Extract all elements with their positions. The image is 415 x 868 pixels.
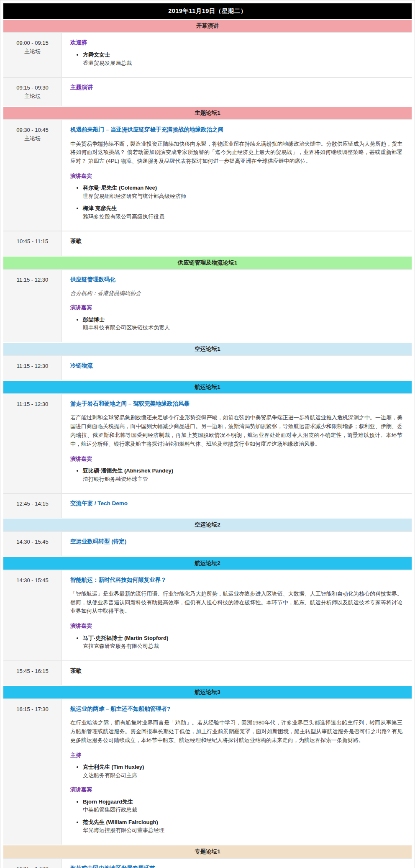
time-cell: 16:15 - 17:30 [3,699,62,845]
co-organizer-line: 合办机构：香港货品编码协会 [70,289,402,298]
speaker-list: 方舜文女士香港贸易发展局总裁 [70,51,402,67]
speaker-name: 克士利先生 (Tim Huxley) [83,763,402,771]
section-band: 主题论坛1 [3,107,412,119]
time-cell: 09:15 - 09:30主论坛 [3,78,62,106]
speaker-item: Bjorn Hojgaard先生中英船管集团行政总裁 [83,798,402,814]
session-row: 09:15 - 09:30主论坛主题演讲 [3,77,412,106]
session-title-link[interactable]: 游走于岩石和硬地之间 – 驾驭完美地缘政治风暴 [70,400,190,408]
session-time: 14:30 - 15:45 [5,538,60,546]
session-time: 11:15 - 12:30 [5,276,60,284]
speaker-role: 文达船务有限公司主席 [83,771,402,780]
session-title: 茶歇 [70,237,402,245]
speaker-list: 亚比硕·潘德先生 (Abhishek Pandey)渣打银行船务融资环球主管 [70,467,402,483]
speaker-list: 马丁·史托福博士 (Martin Stopford)克拉克森研究服务有限公司总裁 [70,634,402,650]
time-cell: 15:45 - 16:15 [3,661,62,685]
session-title-link[interactable]: 欢迎辞 [70,39,87,47]
speaker-item: 亚比硕·潘德先生 (Abhishek Pandey)渣打银行船务融资环球主管 [83,467,402,483]
session-title-link[interactable]: 航运业的两难 – 船主还不如船舶管理者? [70,705,170,713]
speaker-list: 克士利先生 (Tim Huxley)文达船务有限公司主席 [70,763,402,779]
session-content: 航运业的两难 – 船主还不如船舶管理者?在行业暗淡之际，拥有船隻对业界而言是「鸡… [62,699,412,845]
speaker-list: 彭喆博士顺丰科技有限公司区块链技术负责人 [70,316,402,332]
time-cell: 09:00 - 09:15主论坛 [3,33,62,77]
session-description: 「智能航运」是业界最新的流行用语。行业智能化乃大趋所势，航运业亦逐步进入区块链、… [70,590,402,616]
session-content: 机遇前来敲门 – 当亚洲供应链穿梭于充满挑战的地缘政治之间中美贸易争端持续不断，… [62,120,412,231]
session-row: 14:30 - 15:45空运业数码转型 (待定) [3,531,412,556]
session-content: 冷链物流 [62,356,412,380]
speaker-role: 世界贸易组织经济研究与统计部高级经济师 [83,192,402,200]
schedule-table: 开幕演讲09:00 - 09:15主论坛欢迎辞方舜文女士香港贸易发展局总裁09:… [3,20,412,868]
session-time: 12:45 - 14:15 [5,500,60,508]
session-title-link[interactable]: 海外或中国内地地区发展专题环节 [70,864,155,868]
speaker-item: 范戈先生 (William Fairclough)华光海运控股有限公司董事总经理 [83,818,402,835]
session-title: 茶歇 [70,667,402,675]
time-cell: 11:15 - 12:30 [3,270,62,342]
speaker-group-heading: 主持 [70,751,402,760]
section-band: 开幕演讲 [3,20,412,32]
speaker-item: 方舜文女士香港贸易发展局总裁 [83,51,402,67]
speaker-role: 中英船管集团行政总裁 [83,806,402,814]
time-cell: 12:45 - 14:15 [3,494,62,518]
speaker-item: 克士利先生 (Tim Huxley)文达船务有限公司主席 [83,763,402,779]
speaker-role: 香港贸易发展局总裁 [83,59,402,67]
session-time: 10:45 - 11:15 [5,237,60,246]
session-time: 09:00 - 09:15 [5,39,60,47]
session-description: 在行业暗淡之际，拥有船隻对业界而言是「鸡肋」。若从经验中学习，回溯1980年代，… [70,719,402,745]
speaker-group-heading: 演讲嘉宾 [70,786,402,794]
session-title-link[interactable]: 空运业数码转型 (待定) [70,537,126,546]
speaker-name: 范戈先生 (William Fairclough) [83,818,402,827]
speaker-role: 顺丰科技有限公司区块链技术负责人 [83,324,402,332]
session-row: 15:45 - 16:15茶歇 [3,660,412,685]
session-title-link[interactable]: 智能航运：新时代科技如何颠复业界？ [70,576,167,584]
session-title-link[interactable]: 冷链物流 [70,362,93,370]
time-cell: 16:15 - 17:30 [3,859,62,868]
session-time: 09:30 - 10:45 [5,126,60,134]
session-content: 欢迎辞方舜文女士香港贸易发展局总裁 [62,33,412,77]
speaker-list: Bjorn Hojgaard先生中英船管集团行政总裁范戈先生 (William … [70,798,402,835]
session-row: 11:15 - 12:30游走于岩石和硬地之间 – 驾驭完美地缘政治风暴若产能过… [3,393,412,493]
session-description: 若产能过剩和全球贸易急剧放缓还未足够令行业形势变得严峻，如箭在弦的中美贸易争端正… [70,413,402,448]
session-description: 中美贸易争端持续不断，製造业投资正陆续加快移向东盟，将物流业留在持续充满纷扰的地… [70,140,402,166]
session-title-link[interactable]: 交流午宴 / Tech Demo [70,499,128,508]
speaker-role: 克拉克森研究服务有限公司总裁 [83,642,402,650]
speaker-role: 渣打银行船务融资环球主管 [83,475,402,483]
session-content: 茶歇 [62,661,412,685]
time-cell: 11:15 - 12:30 [3,394,62,493]
session-row: 09:30 - 10:45主论坛机遇前来敲门 – 当亚洲供应链穿梭于充满挑战的地… [3,119,412,231]
session-title-link[interactable]: 供应链管理数码化 [70,275,115,284]
session-track: 主论坛 [5,134,60,143]
section-band: 空运论坛1 [3,343,412,355]
speaker-name: 彭喆博士 [83,316,402,324]
session-time: 11:15 - 12:30 [5,400,60,408]
speaker-group-heading: 演讲嘉宾 [70,622,402,630]
session-content: 茶歇 [62,231,412,255]
session-content: 游走于岩石和硬地之间 – 驾驭完美地缘政治风暴若产能过剩和全球贸易急剧放缓还未足… [62,394,412,493]
speaker-list: 科尔曼·尼先生 (Coleman Nee)世界贸易组织经济研究与统计部高级经济师… [70,184,402,221]
speaker-item: 科尔曼·尼先生 (Coleman Nee)世界贸易组织经济研究与统计部高级经济师 [83,184,402,200]
speaker-group-heading: 演讲嘉宾 [70,172,402,180]
session-title-link[interactable]: 主题演讲 [70,83,93,92]
session-row: 14:30 - 15:45智能航运：新时代科技如何颠复业界？「智能航运」是业界最… [3,570,412,660]
section-band: 航运论坛3 [3,686,412,699]
agenda-page: 2019年11月19日（星期二） 开幕演讲09:00 - 09:15主论坛欢迎辞… [0,0,415,868]
session-row: 16:15 - 17:30航运业的两难 – 船主还不如船舶管理者?在行业暗淡之际… [3,699,412,845]
session-row: 11:15 - 12:30供应链管理数码化合办机构：香港货品编码协会演讲嘉宾彭喆… [3,269,412,342]
speaker-name: 科尔曼·尼先生 (Coleman Nee) [83,184,402,192]
speaker-name: 方舜文女士 [83,51,402,59]
session-track: 主论坛 [5,92,60,100]
session-title-link[interactable]: 机遇前来敲门 – 当亚洲供应链穿梭于充满挑战的地缘政治之间 [70,126,223,134]
speaker-name: 马丁·史托福博士 (Martin Stopford) [83,634,402,642]
speaker-name: 梅津 克彦先生 [83,204,402,213]
speaker-name: 亚比硕·潘德先生 (Abhishek Pandey) [83,467,402,475]
session-time: 09:15 - 09:30 [5,84,60,92]
session-time: 14:30 - 15:45 [5,576,60,585]
speaker-name: Bjorn Hojgaard先生 [83,798,402,806]
session-time: 16:15 - 17:30 [5,705,60,714]
session-content: 智能航运：新时代科技如何颠复业界？「智能航运」是业界最新的流行用语。行业智能化乃… [62,570,412,660]
section-band: 供应链管理及物流论坛1 [3,257,412,269]
session-content: 供应链管理数码化合办机构：香港货品编码协会演讲嘉宾彭喆博士顺丰科技有限公司区块链… [62,270,412,342]
session-track: 主论坛 [5,47,60,56]
time-cell: 14:30 - 15:45 [3,570,62,660]
session-row: 09:00 - 09:15主论坛欢迎辞方舜文女士香港贸易发展局总裁 [3,32,412,77]
session-content: 主题演讲 [62,78,412,106]
time-cell: 10:45 - 11:15 [3,231,62,255]
